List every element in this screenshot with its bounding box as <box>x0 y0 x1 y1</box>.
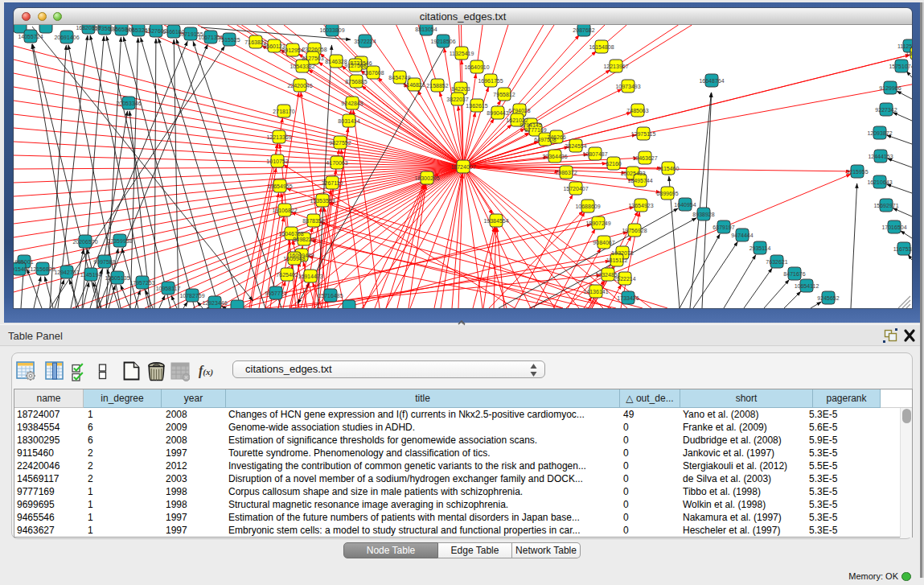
svg-text:12444153: 12444153 <box>868 154 893 159</box>
svg-text:9127508: 9127508 <box>344 63 366 68</box>
svg-text:1932078: 1932078 <box>611 250 633 256</box>
svg-text:1010753: 1010753 <box>266 159 288 164</box>
svg-text:19106822: 19106822 <box>272 208 297 213</box>
svg-text:1362615: 1362615 <box>466 103 487 109</box>
svg-text:16210643: 16210643 <box>867 179 892 185</box>
svg-text:20691406: 20691406 <box>54 35 79 40</box>
svg-text:15353593: 15353593 <box>310 198 335 204</box>
svg-text:2935114: 2935114 <box>749 245 771 251</box>
svg-text:985001: 985001 <box>14 259 33 265</box>
svg-text:11125419: 11125419 <box>897 43 912 49</box>
svg-text:22420046: 22420046 <box>287 83 312 89</box>
svg-text:2158852: 2158852 <box>426 83 448 89</box>
svg-text:20206570: 20206570 <box>72 239 97 245</box>
svg-text:12156829: 12156829 <box>30 266 55 272</box>
svg-text:18907249: 18907249 <box>585 220 610 226</box>
svg-text:4170063: 4170063 <box>326 160 347 166</box>
svg-text:9097588: 9097588 <box>93 259 115 265</box>
svg-text:19756928: 19756928 <box>622 228 647 233</box>
svg-text:1609948: 1609948 <box>283 256 305 262</box>
svg-text:16914473: 16914473 <box>298 274 322 279</box>
svg-text:19218506: 19218506 <box>430 39 455 44</box>
svg-text:2718170: 2718170 <box>273 109 294 114</box>
svg-text:1815112: 1815112 <box>606 257 628 263</box>
svg-text:7632621: 7632621 <box>766 259 787 265</box>
svg-text:18724007: 18724007 <box>450 164 475 170</box>
svg-text:7515525: 7515525 <box>218 37 240 43</box>
svg-text:8878352: 8878352 <box>302 218 324 224</box>
svg-text:20053346: 20053346 <box>116 101 141 106</box>
svg-text:12505135: 12505135 <box>105 275 129 281</box>
svg-text:16033809: 16033809 <box>319 27 344 33</box>
svg-text:8813054: 8813054 <box>415 27 437 32</box>
svg-text:16640910: 16640910 <box>464 64 489 70</box>
svg-text:8756885: 8756885 <box>345 79 367 84</box>
svg-text:3822037: 3822037 <box>446 97 468 102</box>
svg-text:7955812: 7955812 <box>493 92 515 97</box>
svg-text:6794028: 6794028 <box>508 108 530 113</box>
svg-text:10958117: 10958117 <box>156 286 181 291</box>
svg-text:19654955: 19654955 <box>267 183 292 189</box>
svg-text:9245652: 9245652 <box>817 295 839 301</box>
svg-text:17359938: 17359938 <box>107 238 132 244</box>
svg-text:9146821: 9146821 <box>403 82 425 88</box>
svg-text:3215955: 3215955 <box>846 169 868 175</box>
svg-text:12942737: 12942737 <box>54 270 79 275</box>
svg-text:1733426: 1733426 <box>617 295 639 301</box>
svg-text:12093872: 12093872 <box>867 130 892 136</box>
svg-text:15751074: 15751074 <box>889 64 912 69</box>
svg-text:10543382: 10543382 <box>290 64 314 69</box>
svg-text:8912954: 8912954 <box>281 47 303 53</box>
svg-text:12975115: 12975115 <box>631 131 656 137</box>
svg-text:23226058: 23226058 <box>302 47 326 52</box>
svg-text:15720407: 15720407 <box>563 186 588 192</box>
svg-text:18300295: 18300295 <box>414 175 439 181</box>
svg-text:12923446: 12923446 <box>202 300 227 306</box>
svg-text:10973493: 10973493 <box>615 84 640 89</box>
svg-text:12213967: 12213967 <box>603 64 628 69</box>
svg-text:1640954: 1640954 <box>674 202 696 208</box>
svg-text:17957253: 17957253 <box>129 280 154 286</box>
svg-text:14055724: 14055724 <box>18 34 43 39</box>
svg-text:16154808: 16154808 <box>589 44 614 50</box>
svg-text:746266: 746266 <box>547 134 565 140</box>
svg-text:9084067: 9084067 <box>593 240 614 245</box>
svg-text:10782759: 10782759 <box>179 293 204 299</box>
svg-text:16046708: 16046708 <box>278 231 303 237</box>
svg-text:14136141: 14136141 <box>583 289 608 295</box>
svg-text:16961755: 16961755 <box>478 78 503 84</box>
svg-text:18495744: 18495744 <box>627 178 652 183</box>
svg-text:20364436: 20364436 <box>542 154 567 159</box>
svg-text:9827552: 9827552 <box>329 140 351 146</box>
svg-text:13654923: 13654923 <box>628 203 653 208</box>
svg-text:7625402: 7625402 <box>276 272 298 278</box>
svg-text:1332514: 1332514 <box>906 51 912 56</box>
svg-text:10807487: 10807487 <box>582 151 607 157</box>
svg-text:8938928: 8938928 <box>692 212 714 217</box>
svg-text:2367608: 2367608 <box>362 70 384 76</box>
svg-text:9129966: 9129966 <box>879 85 901 91</box>
svg-text:16648764: 16648764 <box>699 78 724 84</box>
svg-text:9242848: 9242848 <box>341 101 363 106</box>
svg-text:1167538: 1167538 <box>893 246 912 252</box>
svg-text:7485063: 7485063 <box>626 108 648 113</box>
svg-text:2522214: 2522214 <box>614 276 635 282</box>
svg-text:9227342: 9227342 <box>875 107 897 113</box>
svg-text:3267110: 3267110 <box>322 180 343 186</box>
svg-text:8127503: 8127503 <box>302 56 323 61</box>
svg-text:19463627: 19463627 <box>632 155 657 161</box>
svg-text:2087682: 2087682 <box>573 27 594 33</box>
svg-text:11325419: 11325419 <box>450 51 474 56</box>
svg-text:8498222: 8498222 <box>293 237 314 242</box>
svg-text:17016504: 17016504 <box>881 225 906 230</box>
svg-text:62160: 62160 <box>606 161 622 167</box>
svg-text:3824554: 3824554 <box>565 143 586 149</box>
svg-text:9474444: 9474444 <box>731 233 753 238</box>
svg-text:10688609: 10688609 <box>575 204 600 209</box>
svg-text:9777169: 9777169 <box>524 127 546 133</box>
svg-text:10654112: 10654112 <box>795 283 819 289</box>
svg-text:15716485: 15716485 <box>318 293 343 299</box>
svg-text:15692971: 15692971 <box>873 203 898 208</box>
svg-text:12213369: 12213369 <box>266 134 291 140</box>
svg-text:8990443: 8990443 <box>487 110 508 116</box>
